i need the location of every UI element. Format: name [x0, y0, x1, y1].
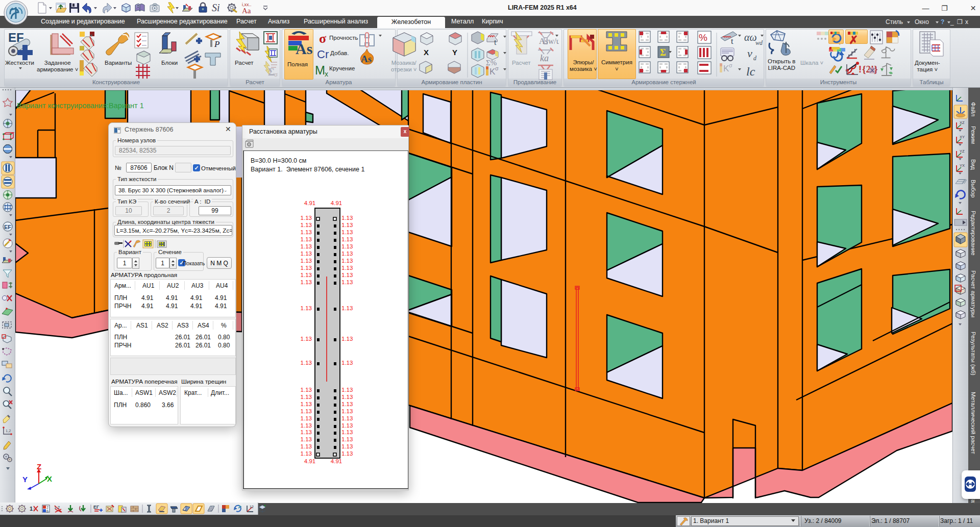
svg-text:1.13: 1.13 [341, 360, 353, 366]
svg-text:1.13: 1.13 [341, 250, 353, 257]
svg-text:1.13: 1.13 [301, 387, 312, 393]
svg-text:αω: αω [744, 32, 757, 43]
svg-text:1.13: 1.13 [301, 436, 312, 442]
svg-text:YZ: YZ [960, 149, 965, 154]
svg-text:1.13: 1.13 [301, 265, 312, 271]
svg-text:Z: Z [37, 462, 41, 471]
svg-text:1.13: 1.13 [301, 258, 312, 264]
svg-text:X: X [424, 48, 429, 57]
svg-text:1.13: 1.13 [301, 360, 312, 366]
svg-text:YX: YX [960, 163, 965, 168]
svg-text:1.13: 1.13 [301, 272, 312, 278]
svg-text:d: d [753, 55, 757, 62]
svg-text:1.13: 1.13 [341, 394, 353, 400]
svg-text:M: M [315, 63, 325, 77]
svg-text:Si: Si [212, 2, 220, 13]
svg-text:1.13: 1.13 [341, 415, 353, 421]
svg-text:1.13: 1.13 [301, 336, 312, 342]
svg-text:4.91: 4.91 [304, 458, 315, 464]
svg-text:1.13: 1.13 [301, 215, 312, 221]
svg-text:1.13: 1.13 [341, 243, 353, 249]
svg-text:Y: Y [452, 48, 457, 57]
svg-text:EF: EF [4, 224, 11, 230]
svg-text:σ: σ [274, 70, 278, 78]
svg-text:Cr: Cr [317, 48, 329, 61]
svg-text:1.13: 1.13 [341, 336, 353, 342]
svg-text:P: P [214, 39, 219, 49]
svg-text:As: As [296, 40, 312, 57]
svg-text:1.13: 1.13 [341, 279, 353, 285]
svg-text:1.13: 1.13 [301, 229, 312, 235]
svg-text:1.13: 1.13 [301, 422, 312, 429]
svg-text:As: As [361, 54, 372, 64]
svg-text:ν: ν [747, 47, 752, 60]
svg-text:1.13: 1.13 [341, 422, 353, 429]
svg-text:2: 2 [46, 506, 48, 509]
svg-text:1.13: 1.13 [301, 450, 312, 457]
svg-text:t: t [494, 38, 497, 46]
svg-text:4.91: 4.91 [331, 458, 342, 464]
svg-text:1.13: 1.13 [341, 258, 353, 264]
svg-text:1.13: 1.13 [301, 429, 312, 435]
svg-text:1.13: 1.13 [301, 279, 312, 285]
svg-text:1.13: 1.13 [301, 305, 312, 311]
svg-text:1.13: 1.13 [341, 436, 353, 442]
svg-text:Y: Y [22, 475, 28, 484]
svg-text:1.13: 1.13 [301, 236, 312, 242]
svg-text:1.13: 1.13 [341, 215, 353, 221]
svg-text:XY: XY [960, 135, 965, 139]
svg-text:1.13: 1.13 [341, 443, 353, 449]
svg-text:Aa: Aa [242, 7, 251, 15]
svg-text:1.13: 1.13 [341, 236, 353, 242]
svg-text:4.91: 4.91 [304, 200, 315, 206]
svg-text:1.13: 1.13 [301, 415, 312, 421]
svg-text:σ: σ [729, 62, 732, 68]
svg-text:1,2: 1,2 [6, 429, 11, 433]
svg-text:t: t [731, 36, 733, 46]
svg-text:Σ: Σ [660, 47, 666, 58]
svg-text:XZ: XZ [960, 120, 965, 125]
svg-text:4.91: 4.91 [331, 200, 342, 206]
svg-text:ka: ka [540, 53, 549, 63]
svg-text:1.13: 1.13 [301, 408, 312, 414]
svg-text:X: X [47, 474, 52, 483]
svg-text:1.13: 1.13 [341, 272, 353, 278]
svg-text:1.13: 1.13 [301, 250, 312, 257]
svg-text:1.13: 1.13 [301, 443, 312, 449]
svg-text:1.13: 1.13 [301, 401, 312, 407]
svg-text:σ: σ [319, 31, 326, 46]
svg-text:1.13: 1.13 [341, 429, 353, 435]
svg-text:1.13: 1.13 [301, 394, 312, 400]
svg-text:wd: wd [755, 39, 763, 46]
svg-text:1.13: 1.13 [341, 229, 353, 235]
svg-text:1.13: 1.13 [341, 401, 353, 407]
svg-text:1.13: 1.13 [341, 450, 353, 457]
svg-text:Asw/u: Asw/u [539, 37, 559, 45]
svg-text:12: 12 [250, 505, 254, 509]
svg-text:x: x [325, 70, 328, 78]
svg-text:%: % [699, 32, 707, 43]
svg-text:1.13: 1.13 [341, 305, 353, 311]
svg-text:1.13: 1.13 [301, 222, 312, 228]
svg-text:6: 6 [46, 509, 48, 513]
svg-text:1.13: 1.13 [301, 243, 312, 249]
svg-text:1.13: 1.13 [341, 408, 353, 414]
svg-text:1.13: 1.13 [341, 265, 353, 271]
svg-text:ЕГ: ЕГ [93, 505, 99, 510]
svg-text:1.13: 1.13 [341, 222, 353, 228]
svg-text:✗: ✗ [849, 34, 858, 46]
svg-text:σ: σ [495, 65, 499, 71]
svg-text:lc: lc [746, 65, 755, 78]
svg-text:1.13: 1.13 [341, 387, 353, 393]
